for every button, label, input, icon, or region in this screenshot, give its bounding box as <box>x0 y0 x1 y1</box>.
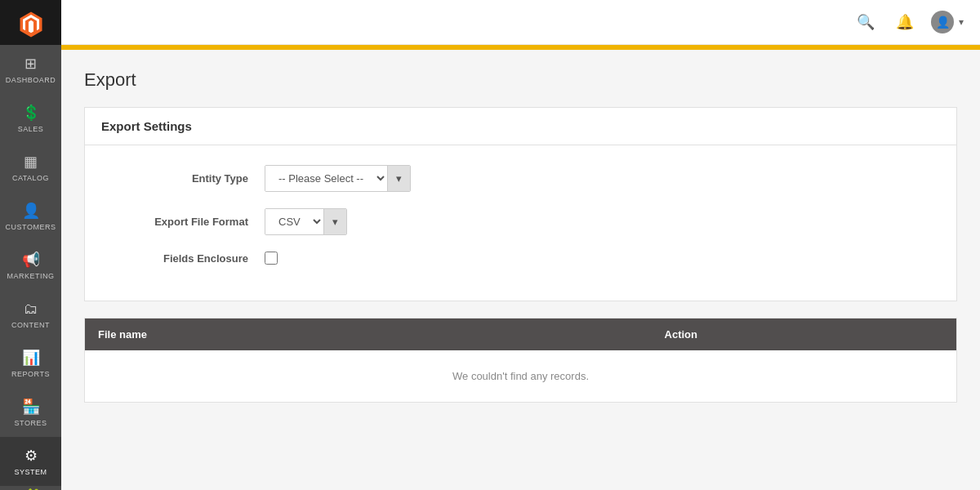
chevron-down-icon: ▾ <box>332 216 338 228</box>
sales-icon: 💲 <box>22 104 40 122</box>
search-icon: 🔍 <box>857 13 875 31</box>
entity-type-row: Entity Type -- Please Select -- ▾ <box>101 165 940 192</box>
sidebar-item-label: CONTENT <box>11 321 50 329</box>
sidebar-navigation: ⊞ DASHBOARD 💲 SALES ▦ CATALOG 👤 CUSTOMER… <box>0 45 61 490</box>
main-content: 🔍 🔔 👤 ▾ Export Export Settings Entity Ty… <box>61 0 980 490</box>
sidebar-item-label: SYSTEM <box>14 468 47 476</box>
table-header: File name Action <box>85 318 956 350</box>
sidebar-item-dashboard[interactable]: ⊞ DASHBOARD <box>0 45 61 94</box>
stores-icon: 🏪 <box>22 398 40 416</box>
export-settings-card: Export Settings Entity Type -- Please Se… <box>84 107 957 301</box>
export-file-format-row: Export File Format CSV ▾ <box>101 208 940 235</box>
reports-icon: 📊 <box>22 349 40 367</box>
sidebar-item-label: CATALOG <box>12 174 49 182</box>
action-column-header: Action <box>652 318 956 350</box>
empty-message: We couldn't find any records. <box>85 350 956 402</box>
file-format-select[interactable]: CSV <box>265 209 323 234</box>
file-format-dropdown-button[interactable]: ▾ <box>323 209 346 234</box>
magento-logo-icon <box>16 8 46 38</box>
sidebar-item-label: SALES <box>18 125 44 133</box>
sidebar-item-system[interactable]: ⚙ SYSTEM <box>0 437 61 486</box>
entity-type-select[interactable]: -- Please Select -- <box>265 166 387 191</box>
export-file-format-label: Export File Format <box>101 216 265 228</box>
avatar: 👤 <box>931 11 954 33</box>
topbar: 🔍 🔔 👤 ▾ <box>61 0 980 45</box>
entity-type-label: Entity Type <box>101 172 265 185</box>
customers-icon: 👤 <box>22 202 40 220</box>
entity-type-select-wrapper: -- Please Select -- ▾ <box>265 165 411 192</box>
fields-enclosure-row: Fields Enclosure <box>101 252 940 265</box>
sidebar-item-customers[interactable]: 👤 CUSTOMERS <box>0 192 61 241</box>
table-row-empty: We couldn't find any records. <box>85 350 956 402</box>
entity-type-dropdown-button[interactable]: ▾ <box>387 166 410 191</box>
system-icon: ⚙ <box>24 447 38 465</box>
fields-enclosure-control <box>265 252 278 265</box>
sidebar-item-content[interactable]: 🗂 CONTENT <box>0 290 61 339</box>
sidebar-item-label: DASHBOARD <box>6 76 56 84</box>
files-table-card: File name Action We couldn't find any re… <box>84 318 957 403</box>
sidebar-logo[interactable] <box>0 0 61 45</box>
sidebar-item-sales[interactable]: 💲 SALES <box>0 94 61 143</box>
sidebar-item-catalog[interactable]: ▦ CATALOG <box>0 143 61 192</box>
sidebar-item-label: MARKETING <box>7 272 54 280</box>
table-body: We couldn't find any records. <box>85 350 956 402</box>
user-name: ▾ <box>959 16 964 28</box>
sidebar-item-label: STORES <box>15 419 47 427</box>
notifications-button[interactable]: 🔔 <box>892 9 918 35</box>
file-format-select-wrapper: CSV ▾ <box>265 208 347 235</box>
sidebar: ⊞ DASHBOARD 💲 SALES ▦ CATALOG 👤 CUSTOMER… <box>0 0 61 490</box>
entity-type-control: -- Please Select -- ▾ <box>265 165 411 192</box>
export-settings-form: Entity Type -- Please Select -- ▾ <box>85 145 956 301</box>
fields-enclosure-checkbox[interactable] <box>265 252 278 265</box>
fields-enclosure-label: Fields Enclosure <box>101 252 265 265</box>
sidebar-item-label: CUSTOMERS <box>6 223 56 231</box>
bell-icon: 🔔 <box>896 13 914 31</box>
user-menu[interactable]: 👤 ▾ <box>931 11 964 33</box>
sidebar-item-label: REPORTS <box>11 370 50 378</box>
sidebar-item-marketing[interactable]: 📢 MARKETING <box>0 241 61 290</box>
page-container: Export Export Settings Entity Type -- Pl… <box>61 50 980 490</box>
sidebar-item-reports[interactable]: 📊 REPORTS <box>0 339 61 388</box>
export-settings-header: Export Settings <box>85 108 956 145</box>
export-file-format-control: CSV ▾ <box>265 208 347 235</box>
page-title: Export <box>84 69 957 91</box>
file-name-column-header: File name <box>85 318 652 350</box>
search-button[interactable]: 🔍 <box>853 9 879 35</box>
content-area: Export Export Settings Entity Type -- Pl… <box>61 45 980 490</box>
sidebar-item-stores[interactable]: 🏪 STORES <box>0 388 61 437</box>
chevron-down-icon: ▾ <box>396 172 402 185</box>
catalog-icon: ▦ <box>24 153 38 171</box>
files-table: File name Action We couldn't find any re… <box>85 318 956 402</box>
content-icon: 🗂 <box>24 301 38 318</box>
sidebar-item-extensions[interactable]: 🧩 FIND PARTNERS & EXTENSIONS <box>0 486 61 490</box>
marketing-icon: 📢 <box>22 251 40 269</box>
dashboard-icon: ⊞ <box>24 55 37 73</box>
